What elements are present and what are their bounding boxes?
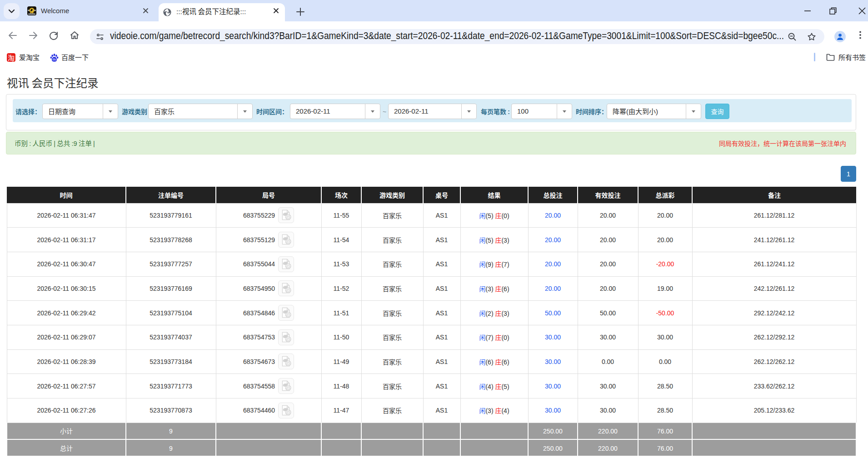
svg-text:du: du [53, 57, 56, 61]
